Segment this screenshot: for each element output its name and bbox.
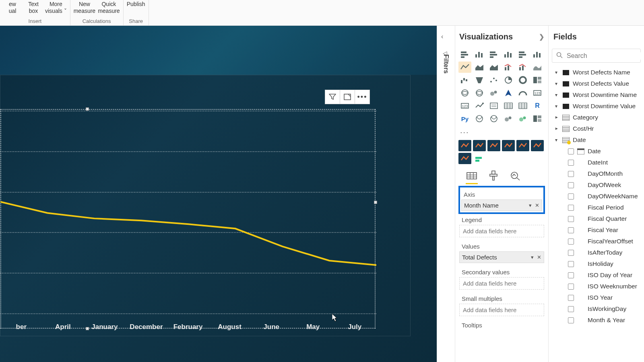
viz-type-azure-map[interactable] — [502, 87, 515, 99]
chevron-down-icon[interactable]: ▾ — [531, 254, 534, 260]
chevron-down-icon[interactable]: ▾ — [553, 92, 559, 98]
format-tab-icon[interactable] — [487, 170, 500, 182]
viz-type-stacked-bar[interactable] — [516, 49, 529, 60]
field-checkbox[interactable] — [568, 160, 574, 166]
viz-type-stacked-area[interactable] — [487, 62, 500, 73]
field-table-cost-hr[interactable]: ▾Cost/Hr — [552, 123, 641, 134]
field-checkbox[interactable] — [568, 205, 574, 211]
field-fiscal-period[interactable]: Fiscal Period — [552, 202, 641, 213]
field-checkbox[interactable] — [568, 261, 574, 267]
viz-type-card[interactable]: 123 — [531, 87, 544, 99]
field-fiscal-year[interactable]: Fiscal Year — [552, 224, 641, 236]
viz-type-matrix[interactable] — [516, 100, 529, 111]
chevron-down-icon[interactable]: ▾ — [553, 81, 559, 86]
fields-search[interactable] — [552, 49, 641, 63]
field-checkbox[interactable] — [568, 306, 574, 312]
chevron-down-icon[interactable]: ▾ — [553, 70, 559, 75]
viz-type-stacked-hbar[interactable] — [458, 49, 471, 60]
viz-type-slicer[interactable] — [487, 100, 500, 111]
viz-type-clustered-bar[interactable] — [473, 49, 486, 60]
chevron-right-icon[interactable]: ▾ — [553, 115, 559, 120]
ribbon-btn-more-visuals[interactable]: Morevisuals ˅ — [45, 1, 67, 14]
viz-type-filled-map[interactable] — [473, 87, 486, 99]
viz-type-kpi[interactable] — [473, 100, 486, 111]
field-date[interactable]: Date — [552, 146, 641, 157]
chevron-right-icon[interactable]: ▾ — [553, 126, 559, 132]
field-dateint[interactable]: DateInt — [552, 157, 641, 168]
field-isaftertoday[interactable]: IsAfterToday — [552, 247, 641, 258]
field-table-worst-defects-value[interactable]: ▾Worst Defects Value — [552, 78, 641, 89]
viz-type-qa[interactable] — [502, 113, 515, 124]
field-table-worst-defects-name[interactable]: ▾Worst Defects Name — [552, 67, 641, 78]
axis-field-chip[interactable]: Month Name ▾✕ — [461, 200, 542, 211]
field-fiscalyearoffset[interactable]: FiscalYearOffset — [552, 236, 641, 247]
field-checkbox[interactable] — [568, 171, 574, 177]
values-field-chip[interactable]: Total Defects ▾✕ — [459, 251, 544, 263]
field-checkbox[interactable] — [568, 227, 574, 233]
viz-type-map[interactable] — [458, 87, 471, 99]
field-dayofweekname[interactable]: DayOfWeekName — [552, 191, 641, 202]
field-table-worst-downtime-value[interactable]: ▾Worst Downtime Value — [552, 101, 641, 112]
analytics-tab-icon[interactable] — [509, 170, 521, 182]
field-checkbox[interactable] — [568, 317, 574, 323]
viz-type-funnel[interactable] — [473, 74, 486, 86]
field-isworkingday[interactable]: IsWorkingDay — [552, 303, 641, 315]
viz-type-clustered-column[interactable] — [502, 49, 515, 60]
viz-type-gauge[interactable] — [516, 87, 529, 99]
viz-type-line-stacked[interactable] — [516, 62, 529, 73]
viz-type-table[interactable] — [502, 100, 515, 111]
custom-visual-0[interactable] — [458, 140, 471, 151]
field-dayofweek[interactable]: DayOfWeek — [552, 179, 641, 191]
viz-type-scatter[interactable] — [487, 74, 500, 86]
viz-type-donut[interactable] — [516, 74, 529, 86]
field-fiscal-quarter[interactable]: Fiscal Quarter — [552, 213, 641, 224]
line-chart-visual[interactable]: ••• berAprilJanuaryDecemberFebruaryAugus… — [0, 75, 411, 336]
field-checkbox[interactable] — [568, 250, 574, 256]
field-checkbox[interactable] — [568, 193, 574, 200]
legend-well-drop[interactable]: Add data fields here — [459, 225, 544, 237]
field-dayofmonth[interactable]: DayOfMonth — [552, 168, 641, 179]
field-table-date[interactable]: ▾Date — [552, 134, 641, 146]
chevron-down-icon[interactable]: ▾ — [553, 137, 559, 143]
field-checkbox[interactable] — [568, 182, 574, 188]
viz-type-line[interactable] — [458, 62, 471, 73]
field-checkbox[interactable] — [568, 272, 574, 278]
viz-type-stacked-column[interactable] — [531, 49, 544, 60]
collapse-viz-icon[interactable]: ❯ — [539, 33, 544, 41]
field-checkbox[interactable] — [568, 284, 574, 290]
field-table-worst-downtime-name[interactable]: ▾Worst Downtime Name — [552, 89, 641, 101]
custom-visual-3[interactable] — [502, 140, 515, 151]
viz-type-smart-narrative[interactable] — [516, 113, 529, 124]
custom-visual-5[interactable] — [531, 140, 544, 151]
viz-more-options[interactable]: ··· — [458, 127, 546, 140]
viz-type-pie[interactable] — [502, 74, 515, 86]
field-iso-weeknumber[interactable]: ISO Weeknumber — [552, 281, 641, 292]
custom-visual-2[interactable] — [487, 140, 500, 151]
field-month-year[interactable]: Month & Year — [552, 315, 641, 326]
viz-type-r-visual[interactable]: R — [531, 100, 544, 111]
viz-type-shape-map[interactable] — [487, 87, 500, 99]
multiples-well-drop[interactable]: Add data fields here — [459, 304, 544, 316]
ribbon-btn-text-box[interactable]: Textbox — [24, 1, 43, 14]
ribbon-btn-quick-measure[interactable]: Quickmeasure — [98, 1, 120, 14]
field-isholiday[interactable]: IsHoliday — [552, 258, 641, 269]
filters-pane-collapsed[interactable]: ‹ ◁ Filters — [437, 26, 455, 362]
custom-visual-4[interactable] — [516, 140, 529, 151]
viz-type-waterfall[interactable] — [458, 74, 471, 86]
custom-visual-6[interactable] — [458, 153, 471, 164]
remove-field-icon[interactable]: ✕ — [537, 254, 541, 260]
expand-filters-icon[interactable]: ‹ — [441, 33, 443, 40]
report-canvas[interactable]: ••• berAprilJanuaryDecemberFebruaryAugus… — [0, 26, 437, 362]
chevron-down-icon[interactable]: ▾ — [553, 103, 559, 109]
viz-type-decomp-tree[interactable] — [487, 113, 500, 124]
ribbon-btn-publish[interactable]: Publish — [127, 1, 145, 8]
custom-visual-1[interactable] — [473, 140, 486, 151]
viz-type-line-clustered[interactable] — [502, 62, 515, 73]
viz-type-area[interactable] — [473, 62, 486, 73]
secondary-well-drop[interactable]: Add data fields here — [459, 277, 544, 290]
ribbon-btn-new-measure[interactable]: Newmeasure — [74, 1, 95, 14]
viz-type-ribbon[interactable] — [531, 62, 544, 73]
field-iso-year[interactable]: ISO Year — [552, 292, 641, 303]
ribbon-btn-new-visual[interactable]: ewual — [3, 1, 22, 14]
field-checkbox[interactable] — [568, 239, 574, 245]
